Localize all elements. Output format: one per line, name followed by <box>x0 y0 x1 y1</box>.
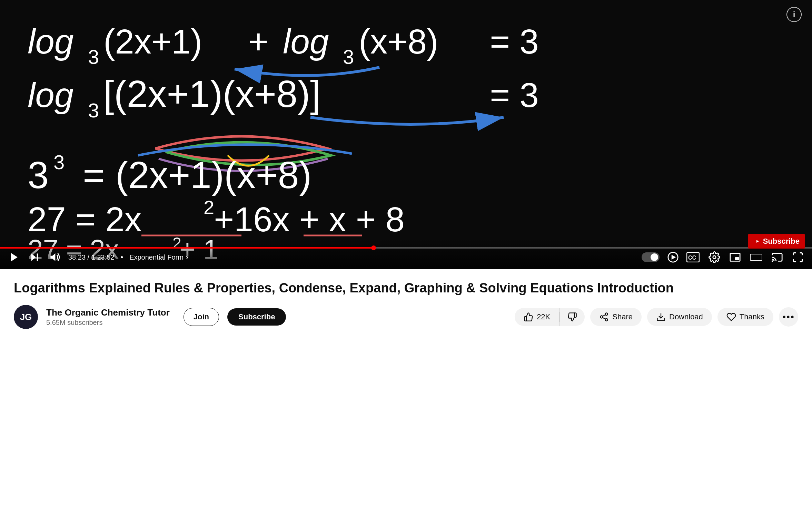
join-button[interactable]: Join <box>184 308 219 326</box>
like-count: 22K <box>537 312 550 321</box>
channel-avatar[interactable]: JG <box>14 305 38 329</box>
more-icon: ••• <box>782 312 794 322</box>
svg-text:(x+8): (x+8) <box>359 22 438 61</box>
volume-icon <box>49 251 61 263</box>
svg-text:+16x + x + 8: +16x + x + 8 <box>214 200 405 239</box>
skip-next-button[interactable] <box>28 250 41 264</box>
channel-name[interactable]: The Organic Chemistry Tutor <box>46 307 170 318</box>
thanks-button[interactable]: Thanks <box>717 308 773 326</box>
svg-text:log: log <box>283 22 329 61</box>
progress-bar[interactable] <box>0 247 812 249</box>
like-dislike-group: 22K <box>515 308 585 326</box>
share-icon <box>599 312 609 322</box>
miniplayer-icon <box>729 251 741 263</box>
cc-icon: CC <box>686 252 700 262</box>
svg-rect-30 <box>37 253 38 261</box>
svg-rect-38 <box>750 254 762 260</box>
channel-info: The Organic Chemistry Tutor 5.65M subscr… <box>46 307 170 327</box>
cast-button[interactable] <box>770 250 784 264</box>
svg-text:2: 2 <box>204 196 214 218</box>
subscribe-overlay-button[interactable]: Subscribe <box>748 234 805 249</box>
download-label: Download <box>669 312 703 321</box>
controls-bar: 38:23 / 1:23:52 • Exponential Form › <box>0 238 812 269</box>
video-info-section: Logarithms Explained Rules & Properties,… <box>0 269 812 336</box>
autoplay-play-icon <box>667 251 679 263</box>
avatar-initials: JG <box>20 312 32 322</box>
svg-point-41 <box>601 316 603 318</box>
play-icon <box>8 251 20 263</box>
miniplayer-button[interactable] <box>728 250 742 264</box>
volume-button[interactable] <box>48 250 62 264</box>
time-display: 38:23 / 1:23:52 <box>68 253 114 261</box>
svg-text:3: 3 <box>88 99 99 122</box>
subscribe-button[interactable]: Subscribe <box>227 308 286 326</box>
cc-button[interactable]: CC <box>685 251 701 264</box>
share-label: Share <box>612 312 633 321</box>
download-button[interactable]: Download <box>647 308 712 326</box>
skip-next-icon <box>29 252 40 263</box>
svg-text:3: 3 <box>343 46 354 68</box>
svg-text:[(2x+1)(x+8)]: [(2x+1)(x+8)] <box>103 72 321 115</box>
svg-text:27 = 2x: 27 = 2x <box>28 200 142 239</box>
action-buttons: 22K Share <box>515 307 798 327</box>
subscribe-overlay-label: Subscribe <box>763 237 800 246</box>
fullscreen-icon <box>792 251 804 263</box>
dislike-button[interactable] <box>560 308 585 326</box>
svg-text:log: log <box>28 22 73 61</box>
chapter-label[interactable]: Exponential Form › <box>129 252 188 262</box>
fullscreen-button[interactable] <box>791 250 805 264</box>
svg-text:log: log <box>28 76 73 114</box>
dislike-icon <box>567 312 577 322</box>
svg-text:3: 3 <box>53 151 65 173</box>
more-options-button[interactable]: ••• <box>779 307 798 327</box>
thanks-label: Thanks <box>740 312 764 321</box>
chapter-arrow: › <box>186 252 188 262</box>
like-button[interactable]: 22K <box>515 308 560 326</box>
svg-marker-29 <box>31 253 36 261</box>
svg-text:+: + <box>248 22 268 61</box>
toggle-track <box>642 252 660 262</box>
subscriber-count: 5.65M subscribers <box>46 319 170 327</box>
progress-thumb <box>371 245 376 250</box>
progress-filled <box>0 247 374 249</box>
info-icon-button[interactable]: i <box>786 7 802 22</box>
theater-button[interactable] <box>749 250 764 264</box>
video-area[interactable]: log 3 (2x+1) + log 3 (x+8) = 3 <box>0 0 812 269</box>
svg-rect-37 <box>735 257 739 260</box>
share-button[interactable]: Share <box>590 308 642 326</box>
play-button[interactable] <box>7 250 21 264</box>
cast-icon <box>771 251 783 263</box>
svg-point-40 <box>605 313 608 316</box>
svg-text:= (2x+1)(x+8): = (2x+1)(x+8) <box>83 154 311 196</box>
svg-marker-31 <box>50 253 55 261</box>
toggle-knob <box>651 253 658 261</box>
theater-icon <box>750 251 762 263</box>
svg-text:= 3: = 3 <box>490 76 539 114</box>
svg-marker-33 <box>672 255 676 260</box>
thanks-icon <box>726 312 736 322</box>
separator-dot: • <box>120 253 123 262</box>
video-player-container: log 3 (2x+1) + log 3 (x+8) = 3 <box>0 0 812 269</box>
svg-text:3: 3 <box>88 46 99 68</box>
svg-text:3: 3 <box>28 154 49 196</box>
svg-text:(2x+1): (2x+1) <box>103 22 202 61</box>
download-icon <box>656 312 666 322</box>
svg-line-44 <box>603 315 605 317</box>
channel-row: JG The Organic Chemistry Tutor 5.65M sub… <box>14 305 798 329</box>
like-icon <box>524 312 533 322</box>
svg-text:= 3: = 3 <box>490 22 539 61</box>
svg-marker-28 <box>11 253 18 262</box>
autoplay-toggle[interactable] <box>640 251 661 263</box>
settings-icon <box>709 251 720 263</box>
svg-line-43 <box>603 318 605 319</box>
info-icon: i <box>793 10 795 19</box>
video-title: Logarithms Explained Rules & Properties,… <box>14 280 798 297</box>
settings-button[interactable] <box>707 250 722 264</box>
svg-text:CC: CC <box>688 255 696 261</box>
svg-point-42 <box>605 319 608 321</box>
